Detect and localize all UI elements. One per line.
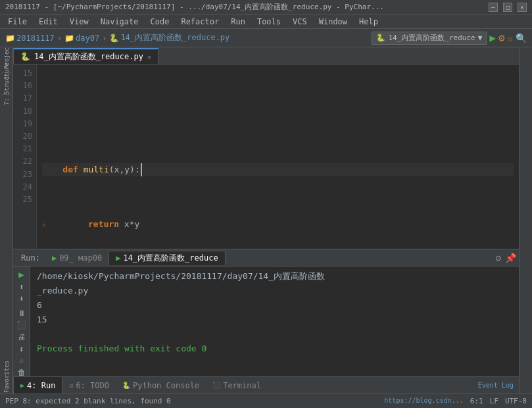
editor-tab-main[interactable]: 🐍 14_内置高阶函数_reduce.py ✕ — [13, 48, 158, 64]
nav-project[interactable]: 📁 20181117 — [5, 34, 55, 43]
folder-icon: 📁 — [64, 34, 74, 43]
menu-edit[interactable]: Edit — [34, 16, 63, 28]
encoding-indicator[interactable]: UTF-8 — [505, 397, 527, 405]
main-area: 1: Project 7: Structure 2: Favorites 🐍 1… — [0, 47, 532, 394]
stop-button[interactable]: ⬆ — [16, 282, 28, 292]
line-num-21: 21 — [17, 143, 32, 155]
window-controls: — □ ✕ — [489, 3, 527, 12]
print-button[interactable]: 🖨 — [16, 332, 28, 342]
kw-def-multi: def — [42, 163, 84, 177]
output-finished: Process finished with exit code 0 — [37, 342, 512, 356]
pin-icon[interactable]: 📌 — [505, 253, 516, 263]
run-tab-14-label: 14_内置高阶函数_reduce — [123, 253, 218, 264]
code-line-15 — [42, 108, 514, 122]
menu-vcs[interactable]: VCS — [287, 16, 312, 28]
output-15: 15 — [37, 313, 512, 327]
coverage-button[interactable]: ☆ — [508, 33, 513, 43]
kw-return-multi: return — [47, 218, 124, 232]
line-num-15: 15 — [17, 67, 32, 80]
run-config-icon: 🐍 — [376, 34, 385, 42]
lf-indicator[interactable]: LF — [490, 397, 498, 405]
rerun-button[interactable]: ▶ — [16, 269, 28, 280]
bottom-tab-run[interactable]: ▶ 4: Run — [13, 377, 62, 394]
nav-file[interactable]: 🐍 14_内置高阶函数_reduce.py — [109, 32, 230, 43]
bottom-tab-terminal[interactable]: ⬛ Terminal — [206, 377, 268, 394]
editor-container: 🐍 14_内置高阶函数_reduce.py ✕ 15 16 17 18 19 2… — [13, 47, 519, 394]
maximize-button[interactable]: □ — [503, 3, 512, 12]
wrap-button[interactable]: ⬛ — [16, 320, 28, 330]
output-blank — [37, 327, 512, 342]
line-num-19: 19 — [17, 118, 32, 130]
param-x: x — [114, 163, 120, 177]
cursor-position: 6:1 — [470, 397, 483, 405]
code-line-16: def multi(x,y): — [42, 163, 514, 177]
code-line-17: ⚠ return x*y — [42, 218, 514, 232]
terminal-text: Terminal — [223, 381, 261, 390]
trash-button[interactable]: 🗑 — [16, 368, 28, 376]
pep8-warning[interactable]: PEP 8: expected 2 blank lines, found 0 — [5, 397, 171, 405]
run-label: Run: — [16, 252, 45, 264]
code-content[interactable]: def multi(x,y): ⚠ return x*y print(reduc… — [37, 64, 519, 249]
output-6: 6 — [37, 298, 512, 313]
run-config-selector[interactable]: 🐍 14_内置高阶函数_reduce ▼ — [372, 32, 487, 45]
todo-tab-text: 6: TODO — [76, 381, 109, 390]
run-tab-14[interactable]: ▶ 14_内置高阶函数_reduce — [109, 251, 225, 265]
menu-refactor[interactable]: Refactor — [176, 16, 224, 28]
run-tab-text: 4: Run — [27, 381, 55, 390]
line-num-24: 24 — [17, 181, 32, 193]
file-icon: 🐍 — [109, 34, 119, 43]
right-sidebar — [519, 47, 532, 394]
line-num-23: 23 — [17, 168, 32, 181]
nav-right: 🐍 14_内置高阶函数_reduce ▼ ▶ ⚙ ☆ 🔍 — [372, 32, 527, 45]
filter-button[interactable]: ☆ — [16, 356, 28, 365]
bottom-tab-python-console[interactable]: 🐍 Python Console — [116, 377, 206, 394]
bottom-tab-todo[interactable]: ☑ 6: TODO — [62, 377, 116, 394]
status-right: https://blog.csdn... 6:1 LF UTF-8 — [384, 397, 527, 405]
run-tab-14-icon: ▶ — [116, 253, 120, 263]
down-button[interactable]: ⬇ — [16, 294, 28, 303]
tab-label: 14_内置高阶函数_reduce.py — [34, 51, 143, 63]
menu-file[interactable]: File — [3, 16, 32, 28]
pause-button[interactable]: ⏸ — [16, 309, 28, 318]
menu-bar: File Edit View Navigate Code Refactor Ru… — [0, 14, 532, 29]
menu-window[interactable]: Window — [314, 16, 352, 28]
event-log-area: Event Log — [478, 382, 519, 389]
run-output: /home/kiosk/PycharmProjects/20181117/day… — [30, 267, 519, 376]
menu-code[interactable]: Code — [145, 16, 175, 28]
scroll-button[interactable]: ↕ — [16, 344, 28, 353]
run-button[interactable]: ▶ — [489, 32, 496, 44]
minimize-button[interactable]: — — [489, 3, 498, 12]
status-left: PEP 8: expected 2 blank lines, found 0 — [5, 397, 384, 405]
settings-icon[interactable]: ⚙ — [496, 253, 501, 263]
warning-icon-17: ⚠ — [42, 220, 45, 229]
terminal-icon: ⬛ — [212, 382, 220, 389]
tab-close-button[interactable]: ✕ — [147, 53, 151, 61]
output-path-line: /home/kiosk/PycharmProjects/20181117/day… — [37, 269, 512, 298]
expr-xy-multi: x*y — [124, 218, 139, 232]
run-tab-09-icon: ▶ — [52, 253, 57, 263]
sidebar-favorites-label[interactable]: 2: Favorites — [1, 376, 12, 387]
menu-help[interactable]: Help — [354, 16, 383, 28]
left-sidebar: 1: Project 7: Structure 2: Favorites — [0, 47, 13, 394]
menu-view[interactable]: View — [64, 16, 94, 28]
menu-tools[interactable]: Tools — [252, 16, 286, 28]
line-num-17: 17 — [17, 92, 32, 105]
menu-run[interactable]: Run — [226, 16, 251, 28]
nav-sep-1: › — [57, 34, 62, 43]
event-log-button[interactable]: Event Log — [478, 382, 514, 389]
sidebar-structure-label[interactable]: 7: Structure — [1, 78, 12, 89]
run-tab-09[interactable]: ▶ 09_ мар00 — [45, 251, 109, 265]
python-console-text: Python Console — [133, 381, 199, 390]
menu-navigate[interactable]: Navigate — [95, 16, 144, 28]
code-editor[interactable]: 15 16 17 18 19 20 21 22 23 24 25 def mul… — [13, 64, 519, 249]
close-button[interactable]: ✕ — [518, 3, 527, 12]
dropdown-icon: ▼ — [478, 34, 483, 42]
blog-link[interactable]: https://blog.csdn... — [384, 397, 463, 405]
search-everywhere-button[interactable]: 🔍 — [516, 33, 527, 43]
nav-day07[interactable]: 📁 day07 — [64, 34, 99, 43]
fn-multi: multi — [84, 163, 109, 177]
nav-bar: 📁 20181117 › 📁 day07 › 🐍 14_内置高阶函数_reduc… — [0, 29, 532, 47]
run-tab-09-label: 09_ мар00 — [59, 253, 102, 263]
project-icon: 📁 — [5, 34, 15, 43]
debug-button[interactable]: ⚙ — [498, 32, 505, 44]
